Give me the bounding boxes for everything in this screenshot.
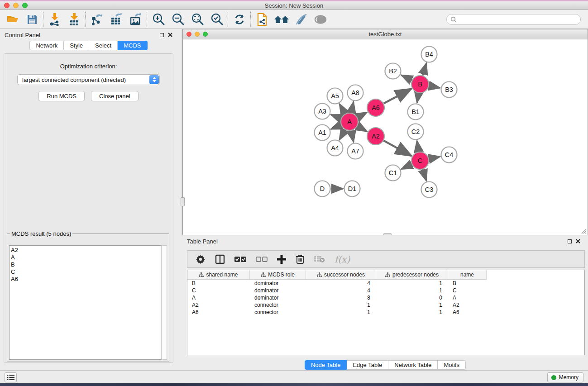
import-network-icon[interactable]: [45, 11, 64, 28]
mcds-result-list[interactable]: A2ABCA6: [9, 245, 161, 360]
table-row[interactable]: A6connector11A6: [187, 309, 584, 316]
edge-C-C4[interactable]: [429, 157, 440, 159]
zoom-selected-icon[interactable]: [207, 11, 226, 28]
criterion-dropdown[interactable]: largest connected component (directed): [17, 74, 160, 85]
network-window-titlebar[interactable]: testGlobe.txt: [183, 29, 588, 39]
node-A6[interactable]: A6: [367, 99, 384, 116]
node-B3[interactable]: B3: [441, 82, 457, 98]
refresh-icon[interactable]: [229, 11, 249, 28]
zoom-fit-icon[interactable]: [187, 11, 207, 28]
list-item[interactable]: A2: [11, 247, 161, 254]
edge-A-A3[interactable]: [331, 114, 341, 119]
list-item[interactable]: A: [11, 254, 161, 261]
node-C1[interactable]: C1: [385, 165, 401, 181]
edge-A-A8[interactable]: [351, 102, 354, 113]
node-A4[interactable]: A4: [327, 140, 343, 156]
edge-B-B4[interactable]: [423, 63, 426, 76]
import-table-icon[interactable]: [64, 11, 84, 28]
tab-network[interactable]: Network: [29, 41, 64, 50]
edge-B-B2[interactable]: [401, 75, 412, 80]
clone-network-icon[interactable]: [252, 11, 272, 28]
float-table-panel-icon[interactable]: [568, 239, 572, 243]
export-network-icon[interactable]: [87, 11, 106, 28]
close-panel-icon[interactable]: [168, 33, 172, 37]
close-table-panel-icon[interactable]: [576, 239, 580, 243]
column-header-MCDS-role[interactable]: MCDS role: [250, 270, 306, 280]
column-header-successor-nodes[interactable]: successor nodes: [306, 270, 376, 280]
edge-A2-C[interactable]: [384, 141, 411, 156]
delete-table-icon[interactable]: [314, 256, 325, 263]
column-view-icon[interactable]: [215, 254, 225, 264]
delete-column-icon[interactable]: [296, 254, 305, 264]
table-row[interactable]: Cdominator41C: [187, 287, 584, 294]
gear-icon[interactable]: [196, 254, 206, 264]
edge-A6-B[interactable]: [384, 89, 411, 103]
function-builder-icon[interactable]: f(x): [335, 254, 350, 265]
hide-columns-icon[interactable]: [256, 256, 268, 262]
node-C3[interactable]: C3: [421, 182, 437, 198]
column-header-name[interactable]: name: [448, 270, 487, 280]
edge-A-A5[interactable]: [339, 104, 345, 114]
node-B2[interactable]: B2: [385, 63, 401, 79]
column-header-shared-name[interactable]: shared name: [187, 270, 250, 280]
tab-edge-table[interactable]: Edge Table: [347, 360, 388, 370]
run-mcds-button[interactable]: Run MCDS: [38, 91, 85, 101]
edge-A-A6[interactable]: [358, 112, 367, 117]
edge-C-C3[interactable]: [423, 169, 426, 181]
task-history-button[interactable]: [5, 372, 17, 382]
edge-A-A7[interactable]: [351, 131, 354, 142]
tab-mcds[interactable]: MCDS: [118, 41, 147, 50]
left-divider-grip[interactable]: [181, 197, 185, 206]
list-item[interactable]: A6: [11, 276, 161, 283]
search-input[interactable]: [457, 15, 580, 24]
add-column-icon[interactable]: [277, 255, 286, 264]
tab-network-table[interactable]: Network Table: [388, 360, 438, 370]
close-panel-button[interactable]: Close panel: [91, 91, 139, 101]
node-B1[interactable]: B1: [408, 104, 424, 120]
node-B4[interactable]: B4: [421, 47, 437, 62]
zoom-out-icon[interactable]: [168, 11, 187, 28]
show-columns-icon[interactable]: [234, 256, 246, 262]
mcds-result-scrollbar[interactable]: [161, 245, 167, 360]
edge-A-A1[interactable]: [331, 125, 341, 129]
zoom-in-icon[interactable]: [148, 11, 168, 28]
float-panel-icon[interactable]: [160, 33, 164, 37]
open-file-icon[interactable]: [3, 11, 22, 28]
list-item[interactable]: B: [11, 261, 161, 268]
network-canvas[interactable]: B4B2BB3A5A8A6A3AB1A1A2C2A4A7C4C1CC3DD1: [183, 40, 587, 234]
export-image-icon[interactable]: [126, 11, 145, 28]
edge-A-A2[interactable]: [358, 126, 367, 132]
tab-style[interactable]: Style: [64, 41, 89, 50]
toggle-details-icon[interactable]: [291, 11, 311, 28]
list-item[interactable]: C: [11, 268, 161, 276]
table-row[interactable]: A2connector11A2: [187, 301, 584, 309]
export-table-icon[interactable]: [106, 11, 126, 28]
node-A[interactable]: A: [341, 113, 358, 130]
node-A1[interactable]: A1: [315, 125, 330, 141]
tab-select[interactable]: Select: [89, 41, 118, 50]
table-row[interactable]: Adominator80A: [187, 294, 584, 301]
table-row[interactable]: Bdominator41B: [187, 280, 584, 287]
open-browser-icon[interactable]: [272, 11, 291, 28]
node-D1[interactable]: D1: [344, 181, 360, 197]
node-C4[interactable]: C4: [441, 147, 457, 163]
show-hide-icon[interactable]: [311, 11, 330, 28]
edge-A-A4[interactable]: [339, 130, 345, 140]
node-C[interactable]: C: [411, 152, 429, 169]
search-box[interactable]: [446, 14, 581, 25]
node-A5[interactable]: A5: [327, 88, 343, 104]
node-A2[interactable]: A2: [367, 128, 384, 145]
node-B[interactable]: B: [411, 76, 429, 93]
edge-B-B1[interactable]: [417, 93, 418, 103]
node-A7[interactable]: A7: [348, 143, 363, 159]
edge-C-C2[interactable]: [417, 141, 419, 152]
node-A8[interactable]: A8: [348, 85, 363, 101]
memory-button[interactable]: Memory: [547, 372, 583, 382]
save-session-icon[interactable]: [22, 11, 42, 28]
tab-motifs[interactable]: Motifs: [438, 360, 466, 370]
column-header-predecessor-nodes[interactable]: predecessor nodes: [376, 270, 448, 280]
tab-node-table[interactable]: Node Table: [305, 360, 347, 370]
edge-C-C1[interactable]: [402, 164, 412, 169]
edge-B-B3[interactable]: [429, 86, 440, 88]
node-A3[interactable]: A3: [315, 104, 330, 119]
